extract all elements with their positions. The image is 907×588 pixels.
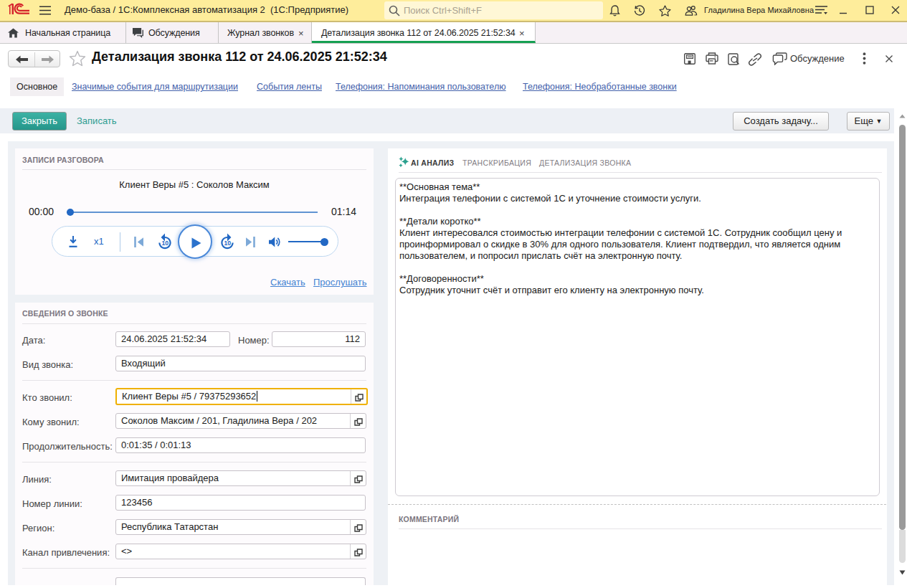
svg-text:10: 10 bbox=[224, 240, 231, 247]
svg-text:10: 10 bbox=[161, 240, 168, 247]
